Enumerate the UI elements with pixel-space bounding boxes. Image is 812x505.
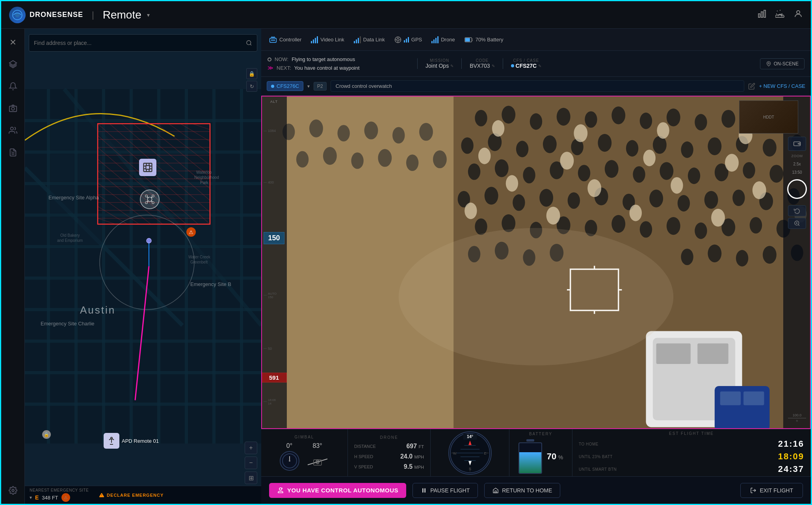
gimbal-reset-btn[interactable] (788, 205, 806, 216)
svg-line-79 (98, 159, 175, 224)
map-search-input[interactable] (34, 40, 243, 46)
svg-point-169 (495, 159, 509, 177)
case-edit-icon[interactable] (748, 83, 755, 90)
exit-flight-button[interactable]: EXIT FLIGHT (740, 483, 803, 498)
video-mode-btn[interactable] (788, 137, 806, 151)
autonomous-button[interactable]: YOU HAVE CONTROL AUTONOMOUS (269, 483, 406, 498)
svg-point-182 (513, 194, 525, 211)
app-frame: DRONESENSE | Remote ▾ (0, 0, 812, 505)
vspeed-label: V SPEED (354, 464, 373, 469)
svg-point-242 (433, 150, 447, 168)
mission-value: Joint Ops (426, 63, 449, 69)
apd-station: APD Remote 01 (104, 433, 159, 449)
zoom-level: 2.5x (793, 162, 801, 166)
cfs-edit-icon[interactable]: ✎ (538, 64, 541, 68)
svg-point-147 (585, 111, 597, 128)
mission-value-row: Joint Ops ✎ (426, 63, 453, 69)
now-status: Flying to target autonomous (292, 56, 355, 62)
on-scene-button[interactable]: ON-SCENE (760, 58, 805, 69)
svg-point-179 (769, 165, 783, 182)
until-batt-label: UNTIL 23% BATT (579, 455, 613, 459)
sidebar-item-alerts[interactable] (6, 79, 20, 93)
now-label: NOW: (275, 56, 288, 62)
code-value-row: BVX703 ✎ (470, 63, 494, 69)
battery-symbol: % (558, 454, 563, 460)
location-icon (766, 61, 771, 67)
return-home-button[interactable]: RETURN TO HOME (484, 483, 560, 498)
mission-status-bar: NOW: Flying to target autonomous ≫ NEXT:… (261, 51, 811, 77)
gimbal-section: GIMBAL 0° (261, 429, 348, 476)
new-cfs-button[interactable]: + NEW CFS / CASE (759, 83, 805, 89)
map-zoom-in[interactable]: + (245, 442, 257, 454)
code-value: BVX703 (470, 63, 490, 69)
svg-line-37 (25, 168, 182, 325)
mission-edit-icon[interactable]: ✎ (450, 64, 453, 68)
home-icon (492, 487, 499, 494)
map-lock-btn[interactable]: 🔒 (246, 68, 257, 79)
svg-point-187 (649, 189, 663, 207)
sidebar-item-camera[interactable] (6, 101, 20, 115)
zoom-in-btn[interactable] (788, 218, 806, 229)
map-grid-btn[interactable]: ⊞ (245, 472, 257, 484)
pause-flight-button[interactable]: PAUSE FLIGHT (413, 483, 478, 498)
svg-line-82 (98, 195, 139, 224)
svg-point-166 (763, 139, 777, 156)
svg-point-286 (279, 488, 282, 490)
gimbal-roll: 83° (306, 442, 329, 471)
sidebar-item-log[interactable] (6, 145, 20, 160)
svg-text:Emergency Site Charlie: Emergency Site Charlie (41, 321, 95, 327)
video-link-label: Video Link (320, 37, 344, 43)
svg-point-120 (247, 41, 251, 45)
battery-pct-display: 70 % (547, 451, 563, 462)
svg-rect-2 (758, 14, 760, 17)
sidebar-item-settings[interactable] (6, 483, 20, 498)
svg-line-38 (64, 89, 261, 325)
svg-point-235 (392, 127, 405, 143)
svg-line-76 (192, 124, 210, 130)
svg-rect-42 (50, 154, 74, 182)
svg-rect-287 (422, 488, 424, 492)
sidebar-item-users[interactable] (6, 123, 20, 137)
sidebar-item-close[interactable] (6, 35, 20, 49)
user-icon[interactable] (793, 9, 803, 21)
weather-icon[interactable] (775, 9, 785, 21)
pip-video[interactable]: HDDT (739, 100, 798, 134)
sidebar (1, 29, 25, 504)
svg-point-88 (147, 238, 151, 243)
bar1 (311, 41, 312, 43)
sidebar-item-layers[interactable] (6, 57, 20, 71)
right-panel: Controller Video Link (261, 29, 811, 504)
analytics-icon[interactable] (757, 9, 767, 21)
until-batt-row: UNTIL 23% BATT 18:09 (579, 451, 804, 462)
svg-rect-47 (216, 186, 240, 213)
map-zoom-out[interactable]: − (245, 457, 257, 469)
declare-emergency-btn[interactable]: DECLARE EMERGENCY (99, 492, 164, 498)
code-edit-icon[interactable]: ✎ (492, 64, 495, 68)
map-panel[interactable]: Emergency Site Alpha Emergency Site B Em… (25, 29, 261, 504)
svg-point-234 (364, 122, 378, 139)
alt-tick-400: 400 (264, 180, 284, 184)
svg-point-200 (667, 217, 680, 235)
alt-tick-50: 50 (264, 347, 284, 351)
video-mode-icon (793, 140, 801, 148)
case-tag[interactable]: CFS276C (267, 81, 303, 91)
drone-bars (431, 36, 439, 43)
video-feed[interactable]: ALT 1084 400 150 (261, 96, 811, 429)
gimbal-roll-visual (306, 451, 329, 471)
svg-point-241 (406, 154, 418, 171)
title-dropdown-icon[interactable]: ▾ (147, 12, 150, 18)
extra-controls (788, 205, 806, 229)
svg-rect-249 (743, 392, 764, 405)
header-divider: | (92, 10, 94, 20)
alt-current-display: 150 (264, 232, 284, 244)
case-bar: CFS276C ▾ P2 Crowd control overwatch + N… (261, 77, 811, 96)
svg-point-201 (695, 223, 707, 239)
hspeed-row: H SPEED 24.0 MPH (354, 453, 424, 460)
mission-label: MISSION (430, 58, 449, 63)
case-dropdown-icon[interactable]: ▾ (307, 84, 310, 89)
record-button[interactable] (787, 179, 807, 199)
map-rotate-btn[interactable]: ↻ (246, 81, 257, 92)
svg-point-14 (10, 127, 13, 130)
compass-ring: N E S W (448, 431, 492, 475)
svg-point-193 (475, 218, 487, 235)
